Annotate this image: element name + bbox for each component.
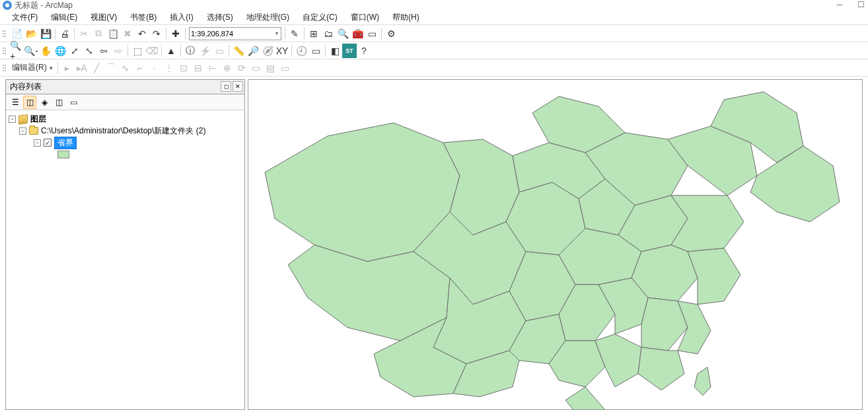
cut-icon: ✂ [77, 26, 91, 41]
edit-annotation-icon: ▸A [75, 61, 89, 75]
identify-icon[interactable]: ⓘ [183, 44, 198, 58]
chevron-down-icon[interactable]: ▾ [274, 30, 279, 36]
layers-icon [18, 114, 28, 123]
fixed-zoom-out-icon[interactable]: ⤡ [82, 44, 96, 58]
toc-close-button[interactable]: ✕ [233, 81, 243, 92]
tree-symbol[interactable] [7, 149, 243, 160]
delete-icon: ✖ [120, 26, 135, 41]
toc-tab-strip: ☰◫◈◫▭ [6, 94, 244, 110]
main-area: 内容列表 ◻ ✕ ☰◫◈◫▭ − 图层 − C:\Users\Administr… [0, 77, 868, 410]
map-display[interactable] [248, 79, 863, 410]
tree-folder-label: C:\Users\Administrator\Desktop\新建文件夹 (2) [41, 125, 205, 137]
window-title: 无标题 - ArcMap [15, 0, 73, 11]
find-icon[interactable]: 🔎 [246, 44, 260, 58]
menu-0[interactable]: 文件(F) [5, 11, 44, 24]
catalog-icon[interactable]: 🗂 [321, 26, 336, 41]
menu-9[interactable]: 帮助(H) [386, 11, 426, 24]
zoom-out-icon[interactable]: 🔍- [24, 44, 38, 58]
open-icon[interactable]: 📂 [24, 26, 38, 41]
zoom-in-icon[interactable]: 🔍+ [9, 44, 24, 58]
map-canvas[interactable] [248, 80, 863, 410]
separator [55, 28, 55, 40]
new-icon[interactable]: 📄 [9, 26, 24, 41]
editor-menu-button[interactable]: 编辑器(R) [9, 61, 55, 75]
map-scale-combo[interactable]: 1:39,206,874▾ [189, 27, 281, 40]
help-icon[interactable]: ? [357, 44, 371, 58]
layer-visibility-checkbox[interactable]: ✓ [44, 139, 52, 147]
tree-folder[interactable]: − C:\Users\Administrator\Desktop\新建文件夹 (… [7, 125, 243, 137]
select-features-icon[interactable]: ⬚ [130, 44, 145, 58]
tree-layer[interactable]: − ✓ 省界 [7, 137, 243, 149]
toc-panel: 内容列表 ◻ ✕ ☰◫◈◫▭ − 图层 − C:\Users\Administr… [5, 79, 245, 410]
tree-root-layers[interactable]: − 图层 [7, 113, 243, 125]
separator [381, 28, 382, 40]
python-icon[interactable]: ▭ [365, 26, 379, 41]
folder-icon [29, 127, 38, 135]
menu-4[interactable]: 插入(I) [163, 11, 199, 24]
toc-tab-list-by-source[interactable]: ◫ [23, 96, 36, 109]
tools-toolbar: 🔍+🔍-✋🌐⤢⤡⇦⇨⬚⌫▲ⓘ⚡▭📏🔎🧭XY🕘▭◧ST? [0, 42, 868, 59]
separator [166, 28, 166, 40]
menu-1[interactable]: 编辑(E) [44, 11, 84, 24]
goto-xy-icon[interactable]: XY [275, 44, 289, 58]
collapse-toggle-icon[interactable]: − [19, 127, 26, 135]
separator [180, 45, 181, 57]
street-icon[interactable]: ST [342, 44, 357, 58]
layer-name-selected[interactable]: 省界 [54, 137, 77, 149]
menu-3[interactable]: 书签(B) [124, 11, 163, 24]
arcmap-app-icon [3, 1, 12, 10]
fixed-zoom-in-icon[interactable]: ⤢ [67, 44, 82, 58]
right-angle-icon: ⌐ [133, 61, 147, 75]
editor-toolbar-icon[interactable]: ✎ [287, 26, 302, 41]
swipe-icon[interactable]: ◧ [328, 44, 342, 58]
forward-icon: ⇨ [111, 44, 126, 58]
minimize-button[interactable]: ─ [835, 0, 844, 9]
create-viewer-icon[interactable]: ▭ [308, 44, 323, 58]
point-icon: · [147, 61, 162, 75]
toc-tab-list-by-selection[interactable]: ◫ [52, 96, 65, 109]
save-icon[interactable]: 💾 [38, 26, 53, 41]
clear-selection-icon: ⌫ [145, 44, 159, 58]
toolbar-grip[interactable] [3, 62, 8, 74]
standard-toolbar: 📄📂💾🖨✂⧉📋✖↶↷✚1:39,206,874▾✎⊞🗂🔍🧰▭⚙ [0, 25, 868, 42]
toc-autohide-button[interactable]: ◻ [221, 81, 231, 92]
pan-icon[interactable]: ✋ [38, 44, 53, 58]
toc-tree[interactable]: − 图层 − C:\Users\Administrator\Desktop\新建… [6, 110, 244, 409]
back-icon[interactable]: ⇦ [96, 44, 111, 58]
toolbar-grip[interactable] [3, 45, 8, 57]
menu-6[interactable]: 地理处理(G) [240, 11, 296, 24]
full-extent-icon[interactable]: 🌐 [53, 44, 67, 58]
redo-icon[interactable]: ↷ [149, 26, 164, 41]
menu-5[interactable]: 选择(S) [200, 11, 240, 24]
toolbar-grip[interactable] [3, 28, 8, 40]
toc-tab-list-by-drawing-order[interactable]: ☰ [9, 96, 22, 109]
select-elements-icon[interactable]: ▲ [164, 44, 178, 58]
reshape-icon: ⊡ [176, 61, 191, 75]
sketch-properties-icon: ▤ [264, 61, 278, 75]
toc-tab-options[interactable]: ▭ [67, 96, 80, 109]
menu-2[interactable]: 视图(V) [84, 11, 124, 24]
undo-icon[interactable]: ↶ [135, 26, 149, 41]
toc-header: 内容列表 ◻ ✕ [6, 80, 244, 94]
table-icon[interactable]: ⊞ [307, 26, 321, 41]
collapse-toggle-icon[interactable]: − [34, 139, 41, 147]
model-builder-icon[interactable]: ⚙ [384, 26, 398, 41]
measure-icon[interactable]: 📏 [231, 44, 246, 58]
layer-symbol-swatch[interactable] [57, 151, 69, 158]
add-data-icon[interactable]: ✚ [168, 26, 183, 41]
separator [57, 62, 58, 74]
search-window-icon[interactable]: 🔍 [336, 26, 350, 41]
maximize-button[interactable]: ☐ [856, 0, 865, 9]
toc-tab-list-by-visibility[interactable]: ◈ [38, 96, 51, 109]
collapse-toggle-icon[interactable]: − [9, 116, 16, 123]
cut-polygons-icon: ⊟ [191, 61, 205, 75]
arc-segment-icon: ⌒ [104, 61, 118, 75]
menu-8[interactable]: 窗口(W) [344, 11, 386, 24]
arctoolbox-icon[interactable]: 🧰 [350, 26, 365, 41]
scale-value: 1:39,206,874 [191, 30, 233, 38]
rotate-icon: ⟳ [235, 61, 249, 75]
menu-7[interactable]: 自定义(C) [296, 11, 344, 24]
hyperlink-icon: ⚡ [198, 44, 212, 58]
merge-icon: ⊕ [220, 61, 235, 75]
print-icon[interactable]: 🖨 [57, 26, 72, 41]
